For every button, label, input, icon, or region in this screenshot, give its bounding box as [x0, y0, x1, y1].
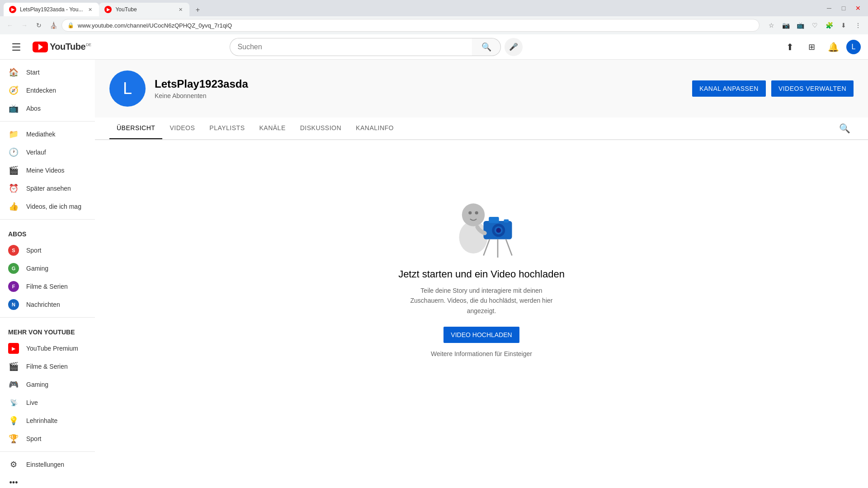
tab-kanalinfo[interactable]: KANALINFO	[349, 117, 401, 139]
sidebar-divider-1	[0, 121, 95, 122]
sidebar-item-more[interactable]: •••	[3, 474, 92, 488]
download-button[interactable]: ⬇	[837, 19, 850, 32]
browser-tab-2[interactable]: ▶ YouTube ✕	[99, 3, 189, 16]
user-avatar[interactable]: L	[846, 40, 861, 54]
sidebar-section-mehr: MEHR VON YOUTUBE	[0, 321, 95, 339]
address-bar[interactable]: 🔒 www.youtube.com/channel/UCocN6zQPHQZ_0…	[61, 19, 760, 32]
svg-point-1	[462, 203, 485, 226]
sidebar-item-gaming-mehr[interactable]: 🎮 Gaming	[3, 375, 92, 394]
tab1-favicon: ▶	[9, 6, 16, 13]
sidebar-label-sport-abo: Sport	[26, 247, 41, 254]
maximize-button[interactable]: □	[837, 2, 850, 14]
sidebar-item-abos[interactable]: 📺 Abos	[3, 99, 92, 117]
sidebar-label-videos-ich-mag: Videos, die ich mag	[26, 203, 81, 210]
browser-tabs: ▶ LetsPlay1923asda - You... ✕ ▶ YouTube …	[4, 0, 204, 16]
empty-state-desc: Teile deine Story und interagiere mit de…	[405, 286, 558, 316]
tab1-close-button[interactable]: ✕	[86, 6, 94, 13]
search-button[interactable]: 🔍	[472, 38, 501, 56]
sidebar-item-sport-abo[interactable]: S Sport	[3, 241, 92, 259]
youtube-logo[interactable]: YouTubeDE	[33, 42, 91, 52]
tab-videos[interactable]: VIDEOS	[162, 117, 202, 139]
youtube-app: YouTubeDE 🔍 🎤 ⬆ ⊞	[0, 34, 868, 488]
apps-button[interactable]: ⊞	[803, 38, 821, 56]
sidebar-item-live-mehr[interactable]: 📡 Live	[3, 394, 92, 412]
settings-icon: ⚙	[8, 459, 19, 470]
tab1-title: LetsPlay1923asda - You...	[20, 6, 83, 13]
channel-search-button[interactable]: 🔍	[835, 119, 854, 137]
sidebar-item-youtube-premium[interactable]: ▶ YouTube Premium	[3, 339, 92, 357]
learning-icon: 💡	[8, 415, 19, 426]
hamburger-menu-button[interactable]	[7, 38, 25, 56]
sidebar-item-einstellungen[interactable]: ⚙ Einstellungen	[3, 455, 92, 474]
gaming-icon: 🎮	[8, 379, 19, 390]
new-tab-button[interactable]: +	[191, 4, 204, 16]
upload-button[interactable]: ⬆	[781, 38, 799, 56]
sport-abo-avatar: S	[8, 245, 19, 256]
mic-icon: 🎤	[509, 42, 518, 51]
sidebar-item-filme-serien-mehr[interactable]: 🎬 Filme & Serien	[3, 357, 92, 375]
forward-button[interactable]: →	[18, 19, 31, 32]
sidebar-item-spaeter-ansehen[interactable]: ⏰ Später ansehen	[3, 179, 92, 197]
videos-verwalten-button[interactable]: VIDEOS VERWALTEN	[771, 80, 854, 97]
notifications-button[interactable]: 🔔	[825, 38, 843, 56]
youtube-play-icon	[38, 44, 43, 50]
sidebar-item-videos-ich-mag[interactable]: 👍 Videos, die ich mag	[3, 197, 92, 216]
sidebar-label-start: Start	[26, 69, 40, 76]
mic-button[interactable]: 🎤	[505, 38, 523, 56]
minimize-button[interactable]: ─	[823, 2, 835, 14]
back-button[interactable]: ←	[4, 19, 16, 32]
youtube-sidebar: 🏠 Start 🧭 Entdecken 📺 Abos 📁 Mediathek 🕐…	[0, 60, 95, 488]
tab-playlists[interactable]: PLAYLISTS	[202, 117, 252, 139]
home-button[interactable]: ⛪	[47, 19, 60, 32]
logo-de: DE	[86, 42, 91, 47]
sidebar-item-lehrinhalte[interactable]: 💡 Lehrinhalte	[3, 412, 92, 430]
svg-point-8	[496, 228, 501, 233]
einsteiger-link[interactable]: Weitere Informationen für Einsteiger	[431, 350, 532, 357]
extensions-button[interactable]: 🧩	[823, 19, 835, 32]
header-left: YouTubeDE	[7, 38, 91, 56]
browser-menu-button[interactable]: ⋮	[852, 19, 864, 32]
sidebar-item-verlauf[interactable]: 🕐 Verlauf	[3, 143, 92, 161]
live-icon: 📡	[8, 397, 19, 408]
sidebar-label-sport-mehr: Sport	[26, 435, 41, 442]
sidebar-label-filme-serien-mehr: Filme & Serien	[26, 363, 68, 370]
sidebar-item-sport-mehr[interactable]: 🏆 Sport	[3, 430, 92, 448]
cast-button[interactable]: 📺	[794, 19, 807, 32]
url-text: www.youtube.com/channel/UCocN6zQPHQZ_0yv…	[78, 22, 754, 29]
heart-button[interactable]: ♡	[808, 19, 821, 32]
screenshot-button[interactable]: 📷	[779, 19, 792, 32]
empty-state-illustration	[441, 176, 522, 258]
sidebar-item-gaming-abo[interactable]: G Gaming	[3, 259, 92, 277]
tv-icon: 📺	[8, 103, 19, 114]
sidebar-item-start[interactable]: 🏠 Start	[3, 63, 92, 81]
tab-kanaele[interactable]: KANÄLE	[252, 117, 292, 139]
browser-tab-1[interactable]: ▶ LetsPlay1923asda - You... ✕	[4, 3, 99, 16]
sidebar-item-mediathek[interactable]: 📁 Mediathek	[3, 125, 92, 143]
tab2-close-button[interactable]: ✕	[177, 6, 184, 13]
tab-diskussion[interactable]: DISKUSSION	[293, 117, 349, 139]
sidebar-item-meine-videos[interactable]: 🎬 Meine Videos	[3, 161, 92, 179]
sidebar-label-meine-videos: Meine Videos	[26, 167, 65, 174]
sidebar-divider-4	[0, 451, 95, 452]
browser-chrome: ▶ LetsPlay1923asda - You... ✕ ▶ YouTube …	[0, 0, 868, 34]
sidebar-item-entdecken[interactable]: 🧭 Entdecken	[3, 81, 92, 99]
empty-state: Jetzt starten und ein Video hochladen Te…	[95, 140, 868, 394]
sidebar-item-filme-serien-abo[interactable]: F Filme & Serien	[3, 277, 92, 296]
sidebar-item-nachrichten-abo[interactable]: N Nachrichten	[3, 296, 92, 314]
tab-uebersicht[interactable]: ÜBERSICHT	[109, 117, 162, 139]
reload-button[interactable]: ↻	[33, 19, 45, 32]
channel-avatar: L	[109, 70, 146, 107]
youtube-logo-text: YouTubeDE	[50, 42, 91, 52]
video-hochladen-button[interactable]: VIDEO HOCHLADEN	[443, 327, 519, 343]
search-input[interactable]	[230, 38, 472, 56]
bookmark-star-button[interactable]: ☆	[765, 19, 778, 32]
browser-nav-bar: ← → ↻ ⛪ 🔒 www.youtube.com/channel/UCocN6…	[0, 16, 868, 34]
close-window-button[interactable]: ✕	[852, 2, 864, 14]
youtube-content: L LetsPlay1923asda Keine Abonnenten KANA…	[95, 60, 868, 488]
browser-title-bar: ▶ LetsPlay1923asda - You... ✕ ▶ YouTube …	[0, 0, 868, 16]
kanal-anpassen-button[interactable]: KANAL ANPASSEN	[692, 80, 766, 97]
sidebar-label-gaming-mehr: Gaming	[26, 381, 48, 388]
library-icon: 📁	[8, 129, 19, 140]
filme-icon: 🎬	[8, 361, 19, 372]
tab2-title: YouTube	[115, 6, 173, 13]
